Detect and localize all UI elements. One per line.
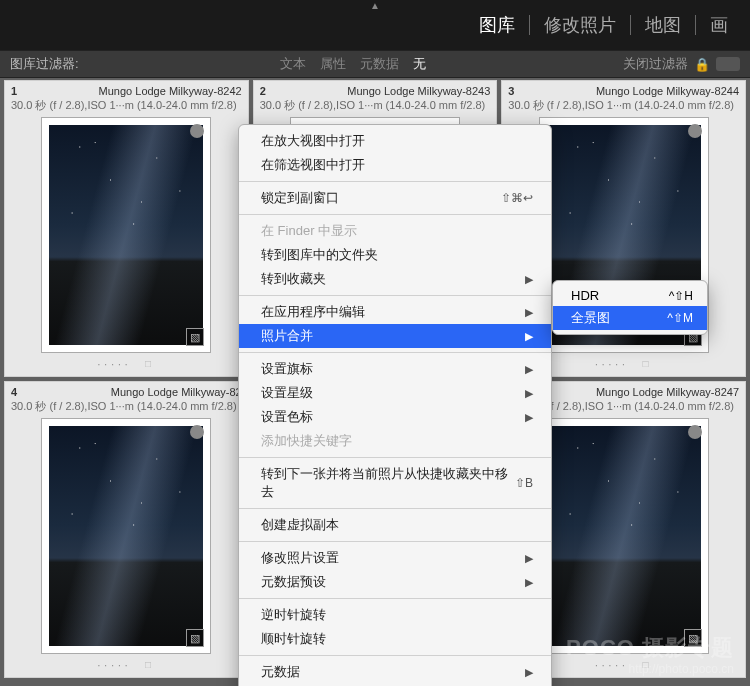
submenu-arrow-icon: ▶ bbox=[525, 576, 533, 589]
menu-set-flag[interactable]: 设置旗标▶ bbox=[239, 357, 551, 381]
grid-cell[interactable]: 1 Mungo Lodge Milkyway-8242 30.0 秒 (f / … bbox=[4, 80, 249, 377]
menu-add-keyword: 添加快捷关键字 bbox=[239, 429, 551, 453]
submenu-arrow-icon: ▶ bbox=[525, 363, 533, 376]
shortcut-label: ⇧B bbox=[515, 476, 533, 490]
menu-metadata-presets[interactable]: 元数据预设▶ bbox=[239, 570, 551, 594]
filter-attribute[interactable]: 属性 bbox=[320, 55, 346, 73]
cell-metadata: 30.0 秒 (f / 2.8),ISO 1···m (14.0-24.0 mm… bbox=[11, 399, 242, 414]
thumbnail-image[interactable] bbox=[49, 426, 203, 646]
menu-separator bbox=[239, 655, 551, 656]
expand-arrow-icon[interactable]: ▲ bbox=[370, 0, 380, 11]
tab-develop[interactable]: 修改照片 bbox=[530, 13, 630, 37]
thumbnail-frame: ▧ bbox=[41, 418, 211, 654]
menu-set-color[interactable]: 设置色标▶ bbox=[239, 405, 551, 429]
shortcut-label: ⇧⌘↩ bbox=[501, 191, 533, 205]
cell-metadata: 30.0 秒 (f / 2.8),ISO 1···m (14.0-24.0 mm… bbox=[260, 98, 491, 113]
shortcut-label: ^⇧M bbox=[667, 311, 693, 325]
menu-edit-in[interactable]: 在应用程序中编辑▶ bbox=[239, 300, 551, 324]
menu-separator bbox=[239, 541, 551, 542]
menu-open-loupe[interactable]: 在放大视图中打开 bbox=[239, 129, 551, 153]
menu-separator bbox=[239, 457, 551, 458]
submenu-arrow-icon: ▶ bbox=[525, 306, 533, 319]
photo-merge-submenu: HDR ^⇧H 全景图 ^⇧M bbox=[552, 280, 708, 335]
thumbnail-image[interactable] bbox=[547, 426, 701, 646]
close-filter-label[interactable]: 关闭过滤器 bbox=[623, 55, 688, 73]
cell-title: Mungo Lodge Milkyway-8242 bbox=[99, 85, 242, 97]
cell-title: Mungo Lodge Milkyway-82 bbox=[111, 386, 242, 398]
grid-cell[interactable]: 4 Mungo Lodge Milkyway-82 30.0 秒 (f / 2.… bbox=[4, 381, 249, 678]
lock-icon[interactable]: 🔒 bbox=[694, 57, 710, 72]
submenu-arrow-icon: ▶ bbox=[525, 387, 533, 400]
menu-separator bbox=[239, 295, 551, 296]
develop-badge-icon[interactable]: ▧ bbox=[186, 629, 204, 647]
thumbnail-frame: ▧ bbox=[41, 117, 211, 353]
menu-create-virtual-copy[interactable]: 创建虚拟副本 bbox=[239, 513, 551, 537]
submenu-panorama[interactable]: 全景图 ^⇧M bbox=[553, 306, 707, 330]
context-menu: 在放大视图中打开 在筛选视图中打开 锁定到副窗口 ⇧⌘↩ 在 Finder 中显… bbox=[238, 124, 552, 686]
menu-goto-next[interactable]: 转到下一张并将当前照片从快捷收藏夹中移去 ⇧B bbox=[239, 462, 551, 504]
cell-number: 1 bbox=[11, 85, 17, 97]
cell-rating[interactable]: ····· □ bbox=[11, 359, 242, 370]
submenu-arrow-icon: ▶ bbox=[525, 411, 533, 424]
submenu-arrow-icon: ▶ bbox=[525, 330, 533, 343]
submenu-hdr[interactable]: HDR ^⇧H bbox=[553, 285, 707, 306]
filter-modes: 文本 属性 元数据 无 bbox=[280, 55, 426, 73]
menu-set-rating[interactable]: 设置星级▶ bbox=[239, 381, 551, 405]
filter-none[interactable]: 无 bbox=[413, 55, 426, 73]
cell-number: 2 bbox=[260, 85, 266, 97]
menu-rotate-cw[interactable]: 顺时针旋转 bbox=[239, 627, 551, 651]
filter-label: 图库过滤器: bbox=[10, 55, 79, 73]
menu-lock-secondary[interactable]: 锁定到副窗口 ⇧⌘↩ bbox=[239, 186, 551, 210]
cell-metadata: 30.0 秒 (f / 2.8),ISO 1···m (14.0-24.0 mm… bbox=[508, 98, 739, 113]
cell-rating[interactable]: ····· □ bbox=[11, 660, 242, 671]
thumbnail-frame: ▧ bbox=[539, 418, 709, 654]
menu-show-finder: 在 Finder 中显示 bbox=[239, 219, 551, 243]
filter-right: 关闭过滤器 🔒 bbox=[623, 55, 740, 73]
submenu-arrow-icon: ▶ bbox=[525, 666, 533, 679]
cell-number: 4 bbox=[11, 386, 17, 398]
filter-metadata[interactable]: 元数据 bbox=[360, 55, 399, 73]
tab-book[interactable]: 画 bbox=[696, 13, 742, 37]
flag-dot-icon[interactable] bbox=[688, 425, 702, 439]
filter-text[interactable]: 文本 bbox=[280, 55, 306, 73]
cell-title: Mungo Lodge Milkyway-8244 bbox=[596, 85, 739, 97]
submenu-arrow-icon: ▶ bbox=[525, 552, 533, 565]
menu-metadata[interactable]: 元数据▶ bbox=[239, 660, 551, 684]
cell-number: 3 bbox=[508, 85, 514, 97]
menu-photo-merge[interactable]: 照片合并▶ bbox=[239, 324, 551, 348]
submenu-arrow-icon: ▶ bbox=[525, 273, 533, 286]
tab-map[interactable]: 地图 bbox=[631, 13, 695, 37]
menu-open-survey[interactable]: 在筛选视图中打开 bbox=[239, 153, 551, 177]
header-bar: ▲ 图库 修改照片 地图 画 bbox=[0, 0, 750, 50]
tab-library[interactable]: 图库 bbox=[465, 13, 529, 37]
menu-develop-settings[interactable]: 修改照片设置▶ bbox=[239, 546, 551, 570]
menu-separator bbox=[239, 181, 551, 182]
module-tabs: 图库 修改照片 地图 画 bbox=[465, 13, 742, 37]
shortcut-label: ^⇧H bbox=[669, 289, 693, 303]
menu-separator bbox=[239, 352, 551, 353]
flag-dot-icon[interactable] bbox=[688, 124, 702, 138]
filter-toggle[interactable] bbox=[716, 57, 740, 71]
thumbnail-image[interactable] bbox=[49, 125, 203, 345]
develop-badge-icon[interactable]: ▧ bbox=[684, 629, 702, 647]
library-filter-bar: 图库过滤器: 文本 属性 元数据 无 关闭过滤器 🔒 bbox=[0, 50, 750, 78]
cell-title: Mungo Lodge Milkyway-8243 bbox=[347, 85, 490, 97]
menu-separator bbox=[239, 214, 551, 215]
menu-goto-collection[interactable]: 转到收藏夹▶ bbox=[239, 267, 551, 291]
develop-badge-icon[interactable]: ▧ bbox=[186, 328, 204, 346]
menu-goto-library-folder[interactable]: 转到图库中的文件夹 bbox=[239, 243, 551, 267]
menu-rotate-ccw[interactable]: 逆时针旋转 bbox=[239, 603, 551, 627]
cell-metadata: 30.0 秒 (f / 2.8),ISO 1···m (14.0-24.0 mm… bbox=[11, 98, 242, 113]
menu-separator bbox=[239, 508, 551, 509]
cell-title: Mungo Lodge Milkyway-8247 bbox=[596, 386, 739, 398]
menu-separator bbox=[239, 598, 551, 599]
